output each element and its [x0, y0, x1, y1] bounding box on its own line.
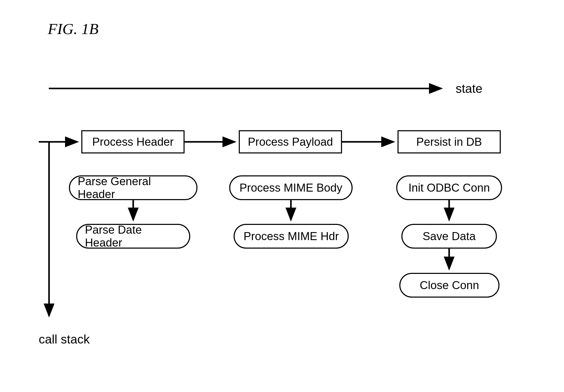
step-parse-date-header: Parse Date Header [76, 224, 190, 249]
figure-title: FIG. 1B [48, 20, 99, 38]
stage-process-header: Process Header [81, 130, 185, 153]
call-stack-axis-label: call stack [39, 332, 90, 346]
step-close-conn: Close Conn [399, 273, 499, 298]
state-axis-label: state [456, 81, 482, 96]
step-init-odbc-conn: Init ODBC Conn [396, 175, 502, 200]
step-process-mime-body: Process MIME Body [229, 175, 353, 200]
stage-persist-in-db: Persist in DB [398, 130, 501, 153]
stage-process-payload: Process Payload [239, 130, 342, 153]
step-save-data: Save Data [401, 224, 497, 249]
step-parse-general-header: Parse General Header [69, 175, 197, 200]
step-process-mime-hdr: Process MIME Hdr [234, 224, 349, 249]
diagram-canvas: FIG. 1B state call stack Process Header … [0, 0, 564, 392]
